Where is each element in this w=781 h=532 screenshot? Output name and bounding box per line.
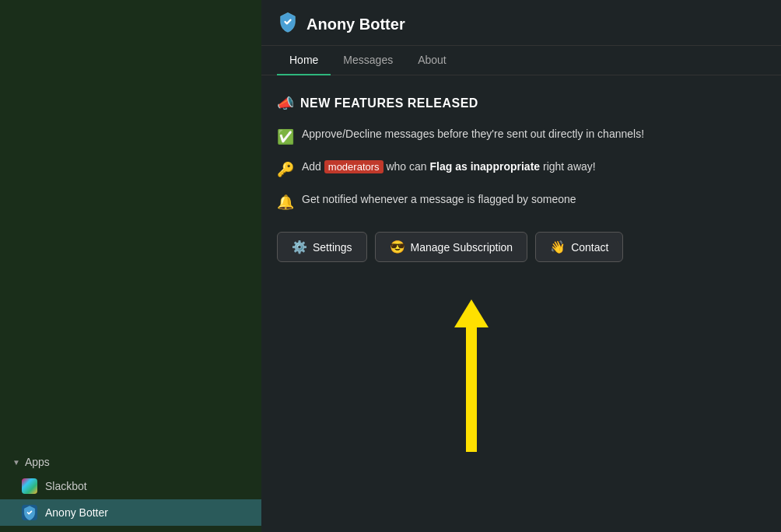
feature-3-text: Get notified whenever a message is flagg… xyxy=(302,191,576,208)
features-header: 📣 NEW FEATURES RELEASED xyxy=(277,94,765,112)
flag-text: Flag as inappropriate xyxy=(430,160,541,173)
sidebar-item-anony-botter[interactable]: Anony Botter xyxy=(0,499,261,526)
apps-label: Apps xyxy=(25,456,50,468)
moderators-highlight: moderators xyxy=(324,160,383,173)
manage-subscription-button[interactable]: 😎 Manage Subscription xyxy=(375,232,528,262)
sidebar-item-slackbot[interactable]: Slackbot xyxy=(0,473,261,499)
feature-item-1: ✅ Approve/Decline messages before they'r… xyxy=(277,126,765,148)
tab-messages[interactable]: Messages xyxy=(331,46,405,75)
settings-label: Settings xyxy=(313,241,352,254)
sidebar-bottom: ▼ Apps Slackbot Anony Botter xyxy=(0,445,261,532)
feature-1-text: Approve/Decline messages before they're … xyxy=(302,126,644,142)
contact-button[interactable]: 👋 Contact xyxy=(535,232,623,262)
sidebar: ▼ Apps Slackbot Anony Botter xyxy=(0,0,261,532)
buttons-row: ⚙️ Settings 😎 Manage Subscription 👋 Cont… xyxy=(277,232,765,262)
contact-label: Contact xyxy=(571,241,608,254)
main-panel: Anony Botter Home Messages About 📣 NEW F… xyxy=(261,0,781,532)
contact-icon: 👋 xyxy=(550,240,566,254)
app-title: Anony Botter xyxy=(306,16,405,33)
apps-section: ▼ Apps Slackbot Anony Botter xyxy=(0,445,261,532)
settings-icon: ⚙️ xyxy=(292,240,307,254)
slackbot-icon xyxy=(22,478,37,494)
feature-2-emoji: 🔑 xyxy=(277,159,294,180)
apps-chevron-icon: ▼ xyxy=(12,458,20,467)
features-title: NEW FEATURES RELEASED xyxy=(300,96,478,110)
settings-button[interactable]: ⚙️ Settings xyxy=(277,232,367,262)
anony-botter-label: Anony Botter xyxy=(45,506,108,519)
content-area: 📣 NEW FEATURES RELEASED ✅ Approve/Declin… xyxy=(261,75,781,532)
arrow-head xyxy=(454,299,489,327)
feature-3-emoji: 🔔 xyxy=(277,192,294,213)
manage-subscription-label: Manage Subscription xyxy=(411,241,513,254)
arrow-annotation xyxy=(454,301,489,452)
tab-about[interactable]: About xyxy=(405,46,459,75)
anony-botter-icon xyxy=(22,505,37,520)
apps-header[interactable]: ▼ Apps xyxy=(0,451,261,473)
slackbot-label: Slackbot xyxy=(45,480,87,492)
app-header: Anony Botter xyxy=(261,0,781,46)
feature-2-text: Add moderators who can Flag as inappropr… xyxy=(302,159,596,175)
tab-home[interactable]: Home xyxy=(277,46,331,75)
tabs-bar: Home Messages About xyxy=(261,46,781,75)
app-header-icon xyxy=(277,11,299,37)
feature-item-3: 🔔 Get notified whenever a message is fla… xyxy=(277,191,765,213)
arrow-shaft xyxy=(466,327,477,452)
feature-1-emoji: ✅ xyxy=(277,127,294,148)
features-header-emoji: 📣 xyxy=(277,95,294,112)
feature-item-2: 🔑 Add moderators who can Flag as inappro… xyxy=(277,159,765,180)
manage-subscription-icon: 😎 xyxy=(390,240,405,254)
